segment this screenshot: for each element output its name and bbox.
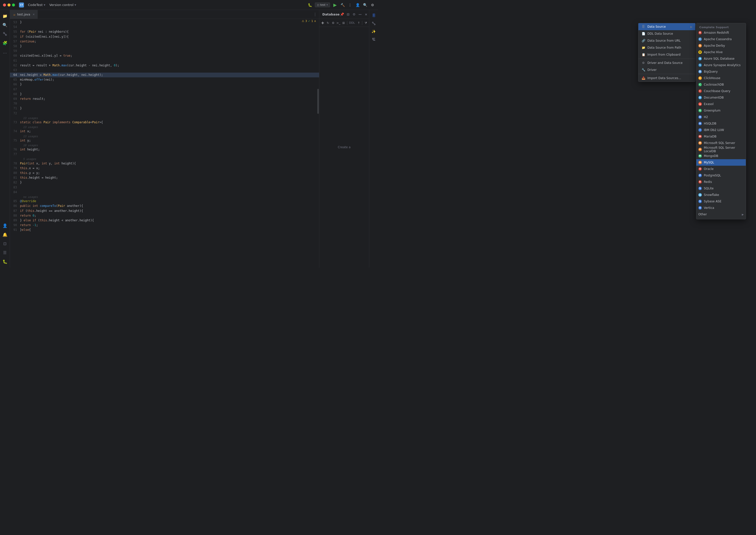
svg-line-5 [373,23,375,24]
sidebar-icon-notifications[interactable]: 🔔 [1,231,9,239]
sidebar-icon-layout[interactable]: ☰ [1,248,9,257]
far-right-git-icon[interactable] [370,20,377,27]
code-line-88: 88 return 0; [10,213,319,218]
sidebar-icon-debug[interactable]: 🐛 [1,258,9,266]
panel-close-icon[interactable]: × [363,12,368,17]
search-icon[interactable]: 🔍 [363,3,367,8]
code-line-77: 77 [10,152,319,157]
code-line-83: 83 [10,185,319,190]
far-right-db-icon[interactable]: 🗄 [370,12,377,19]
svg-point-3 [372,22,373,23]
sidebar-icon-user[interactable]: 👤 [1,222,9,230]
panel-settings-icon[interactable]: ⚙ [352,12,357,17]
scrollbar-thumb [317,89,319,114]
window-controls [3,4,15,7]
file-tab-test-java[interactable]: ☕ test.java × [10,10,38,19]
code-line-79: 79 this.x = x; [10,166,319,171]
svg-line-2 [4,34,6,35]
sidebar-icon-vcs[interactable] [1,30,9,38]
panel-minimize-icon[interactable]: — [358,12,363,17]
code-line-89: 89 } else if (this.height < another.heig… [10,218,319,223]
panel-layout-icon[interactable]: ⊟ [346,12,351,17]
code-line-59: 59 [10,49,319,53]
code-line-86: 86 public int compareTo(Pair another){ [10,204,319,208]
code-line-73: 73 static class Pair implements Comparab… [10,120,319,125]
toolbar-refresh-icon[interactable]: ↻ [326,20,330,26]
code-line-56: 56 if (visited[nei.x][nei.y]){ [10,35,319,39]
toolbar-add-button[interactable]: + [320,20,325,26]
database-panel: Database 📌 ⊟ ⚙ — × + ↻ ⚙ >_ ⊞ DDL ↑ ⧩ Cr… [319,10,369,268]
code-line-53: 53 } [10,20,319,25]
tab-more-button[interactable]: ⋮ [313,12,317,17]
toolbar-schema-icon[interactable]: ⊞ [341,20,346,26]
far-right-structure-icon[interactable]: 🏗 [370,36,377,43]
sidebar-icon-plugins[interactable]: 🧩 [1,39,9,47]
code-line-58: 58 } [10,44,319,49]
code-line-75: 75 int y; [10,138,319,143]
toolbar-properties-icon[interactable]: ⚙ [331,20,335,26]
settings-icon[interactable]: ⚙ [370,3,375,8]
left-sidebar: 📁 🔍 🧩 … 👤 🔔 ⊡ ☰ 🐛 [0,10,10,268]
run-icon[interactable]: ▶ [333,3,337,8]
toolbar-arrow-up-icon[interactable]: ↑ [356,20,361,26]
editor-area: ☕ test.java × ⋮ 53 } 54 [10,10,319,268]
svg-point-4 [374,24,375,25]
minimize-button[interactable] [8,4,11,7]
version-control[interactable]: Version control ▾ [49,3,76,7]
code-content-area[interactable]: 53 } 54 55 for (Pair nei : neighbors){ [10,19,319,268]
code-line-91: 91 }else{ [10,228,319,232]
tab-bar: ☕ test.java × ⋮ [10,10,319,19]
sidebar-icon-search[interactable]: 🔍 [1,21,9,29]
code-line-74: 74 int x; [10,129,319,134]
code-line-90: 90 return -1; [10,223,319,228]
vertical-scrollbar[interactable] [317,19,319,268]
warning-indicator: ⚠ 3 ✓ 1 ∧ [301,19,317,23]
tab-close-button[interactable]: × [33,13,35,16]
warning-icon: ⚠ [302,19,305,23]
java-file-icon: ☕ [13,13,16,16]
far-right-sidebar: 🗄 ✨ 🏗 [369,10,378,268]
code-line-76: 76 int height; [10,147,319,152]
svg-point-1 [5,35,7,36]
close-button[interactable] [3,4,6,7]
maximize-button[interactable] [12,4,15,7]
code-line-65: 65 minHeap.offer(nei); [10,77,319,82]
code-line-61: 61 [10,58,319,63]
code-line-66: 66 } [10,82,319,87]
build-icon[interactable]: 🔨 [340,3,345,8]
panel-header-actions: 📌 ⊟ ⚙ — × [339,12,368,17]
sidebar-icon-more[interactable]: … [1,48,9,56]
code-line-81: 81 this.height = height; [10,175,319,180]
code-line-85: 85 @Override [10,199,319,204]
code-line-69: 69 return result; [10,97,319,101]
panel-toolbar: + ↻ ⚙ >_ ⊞ DDL ↑ ⧩ [319,19,369,27]
code-line-60: 60 visited[nei.x][nei.y] = true; [10,53,319,58]
title-bar-actions: 🐛 ◻ test ▾ ▶ 🔨 ⋮ 👤 🔍 ⚙ [307,3,375,8]
code-line-54: 54 [10,25,319,29]
database-panel-header: Database 📌 ⊟ ⚙ — × [319,10,369,19]
code-line-57: 57 continue; [10,39,319,44]
main-layout: 📁 🔍 🧩 … 👤 🔔 ⊡ ☰ 🐛 ☕ test.java × ⋮ [0,10,378,268]
code-line-68: 68 } [10,92,319,97]
code-line-62: 62 result = result + Math.max(cur.height… [10,63,319,68]
more-icon[interactable]: ⋮ [348,3,353,8]
sidebar-icon-terminal[interactable]: ⊡ [1,239,9,247]
warning-expand-icon[interactable]: ∧ [314,19,316,23]
code-line-64: 64 nei.height = Math.max(cur.height, nei… [10,72,319,77]
debug-icon[interactable]: 🐛 [307,3,312,8]
toolbar-ddl-label[interactable]: DDL [348,21,356,24]
code-editor: 53 } 54 55 for (Pair nei : neighbors){ [10,19,319,268]
panel-pin-icon[interactable]: 📌 [339,12,344,17]
title-bar: CT CodeTest ▾ Version control ▾ 🐛 ◻ test… [0,0,378,10]
sidebar-icon-folder[interactable]: 📁 [1,12,9,20]
toolbar-console-icon[interactable]: >_ [336,20,341,26]
toolbar-filter-icon[interactable]: ⧩ [363,20,368,26]
app-name: CodeTest ▾ [28,3,45,7]
code-line-55: 55 for (Pair nei : neighbors){ [10,29,319,34]
toolbar-separator-1 [347,21,347,25]
code-line-72: 72 [10,111,319,116]
far-right-ai-icon[interactable]: ✨ [370,28,377,35]
profile-icon[interactable]: 👤 [355,3,360,8]
code-line-71: 71 } [10,106,319,111]
test-badge[interactable]: ◻ test ▾ [315,3,330,7]
